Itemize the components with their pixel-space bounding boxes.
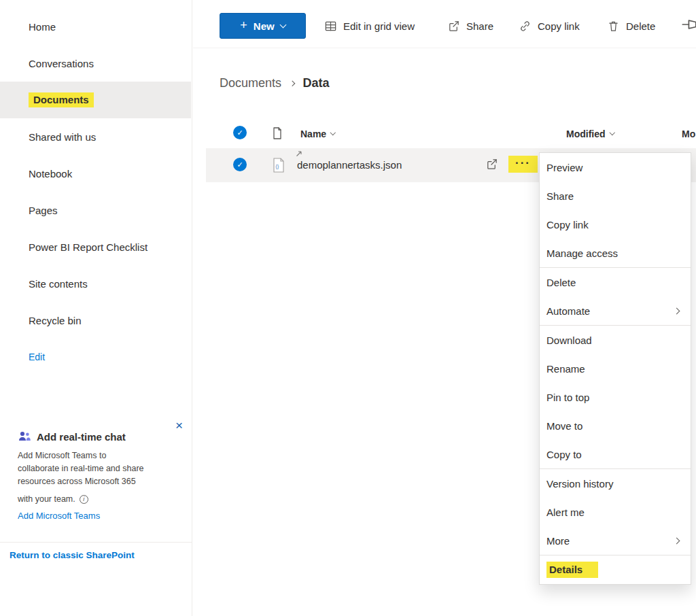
close-icon[interactable]: ×: [175, 419, 183, 432]
sidebar-item-documents[interactable]: Documents: [0, 82, 191, 118]
menu-item-version-history[interactable]: Version history: [540, 469, 691, 498]
column-header-modified-by[interactable]: Mo: [682, 126, 695, 141]
sidebar: Home Conversations Documents Shared with…: [0, 0, 192, 616]
row-share-icon[interactable]: [485, 158, 498, 171]
share-button[interactable]: Share: [447, 14, 493, 37]
menu-item-copy-link[interactable]: Copy link: [540, 210, 691, 239]
edit-in-grid-view-button[interactable]: Edit in grid view: [324, 14, 415, 37]
sidebar-item-power-bi-report-checklist[interactable]: Power BI Report Checklist: [0, 228, 191, 265]
teams-icon: [18, 430, 31, 443]
menu-item-download[interactable]: Download: [540, 326, 691, 354]
context-menu: Preview Share Copy link Manage access De…: [539, 152, 691, 585]
sidebar-item-home[interactable]: Home: [0, 8, 191, 45]
menu-item-details[interactable]: Details: [540, 555, 691, 584]
trash-icon: [607, 20, 620, 33]
more-actions-ellipsis[interactable]: ···: [508, 156, 538, 173]
menu-item-preview[interactable]: Preview: [540, 153, 691, 182]
sidebar-edit-link[interactable]: Edit: [0, 339, 191, 375]
chevron-down-icon: [330, 130, 336, 135]
commandbar-divider: [193, 48, 696, 48]
documents-highlight: Documents: [29, 92, 94, 107]
copy-link-button[interactable]: Copy link: [519, 14, 580, 37]
svg-text:{}: {}: [275, 163, 279, 169]
teams-promo-panel: × Add real-time chat Add Microsoft Teams…: [0, 413, 192, 521]
menu-item-share[interactable]: Share: [540, 182, 691, 210]
pin-to-quick-access-icon[interactable]: [682, 16, 696, 36]
menu-item-delete[interactable]: Delete: [540, 268, 691, 296]
teams-promo-title: Add real-time chat: [18, 430, 179, 443]
teams-promo-body: Add Microsoft Teams to collaborate in re…: [18, 449, 179, 488]
main-content: + New Edit in grid view Share: [193, 0, 696, 616]
menu-item-pin-to-top[interactable]: Pin to top: [540, 383, 691, 411]
sidebar-item-pages[interactable]: Pages: [0, 192, 191, 228]
menu-item-rename[interactable]: Rename: [540, 354, 691, 383]
column-header-modified[interactable]: Modified: [566, 126, 614, 141]
select-all-checkbox[interactable]: ✓: [233, 126, 247, 139]
menu-item-more[interactable]: More: [540, 526, 691, 555]
plus-icon: +: [240, 18, 247, 33]
sidebar-item-shared-with-us[interactable]: Shared with us: [0, 118, 191, 155]
chevron-right-icon: [674, 308, 680, 315]
menu-item-automate[interactable]: Automate: [540, 296, 691, 325]
row-checkbox[interactable]: ✓: [233, 158, 247, 171]
file-type-column-icon: [271, 126, 284, 140]
menu-item-move-to[interactable]: Move to: [540, 411, 691, 440]
breadcrumb-documents[interactable]: Documents: [220, 76, 281, 90]
chevron-down-icon: [279, 21, 286, 28]
menu-item-alert-me[interactable]: Alert me: [540, 498, 691, 526]
chevron-right-icon: [674, 538, 680, 545]
file-name[interactable]: demoplannertasks.json: [297, 159, 402, 171]
link-icon: [519, 20, 532, 33]
sidebar-divider: [0, 542, 192, 543]
return-to-classic-link[interactable]: Return to classic SharePoint: [10, 550, 135, 560]
breadcrumb-chevron-icon: [290, 81, 295, 86]
add-microsoft-teams-link[interactable]: Add Microsoft Teams: [18, 511, 100, 521]
chevron-down-icon: [609, 130, 614, 135]
sharepoint-document-library: Home Conversations Documents Shared with…: [0, 0, 696, 616]
delete-button[interactable]: Delete: [607, 14, 655, 37]
sidebar-nav: Home Conversations Documents Shared with…: [0, 8, 191, 375]
column-header-name[interactable]: Name: [300, 126, 335, 141]
cursor-artifact-icon: [295, 150, 303, 158]
breadcrumb: Documents Data: [220, 76, 330, 90]
teams-promo-footnote: with your team. i: [18, 494, 179, 504]
sidebar-item-recycle-bin[interactable]: Recycle bin: [0, 302, 191, 339]
menu-item-copy-to[interactable]: Copy to: [540, 440, 691, 468]
share-icon: [447, 20, 460, 33]
details-highlight: Details: [546, 562, 598, 578]
breadcrumb-data: Data: [303, 76, 330, 90]
menu-item-manage-access[interactable]: Manage access: [540, 239, 691, 267]
sidebar-item-notebook[interactable]: Notebook: [0, 155, 191, 192]
json-file-icon: {}: [271, 157, 286, 173]
new-button[interactable]: + New: [220, 13, 306, 39]
grid-icon: [324, 20, 337, 33]
info-icon[interactable]: i: [80, 495, 88, 504]
sidebar-item-site-contents[interactable]: Site contents: [0, 265, 191, 302]
sidebar-item-conversations[interactable]: Conversations: [0, 45, 191, 82]
